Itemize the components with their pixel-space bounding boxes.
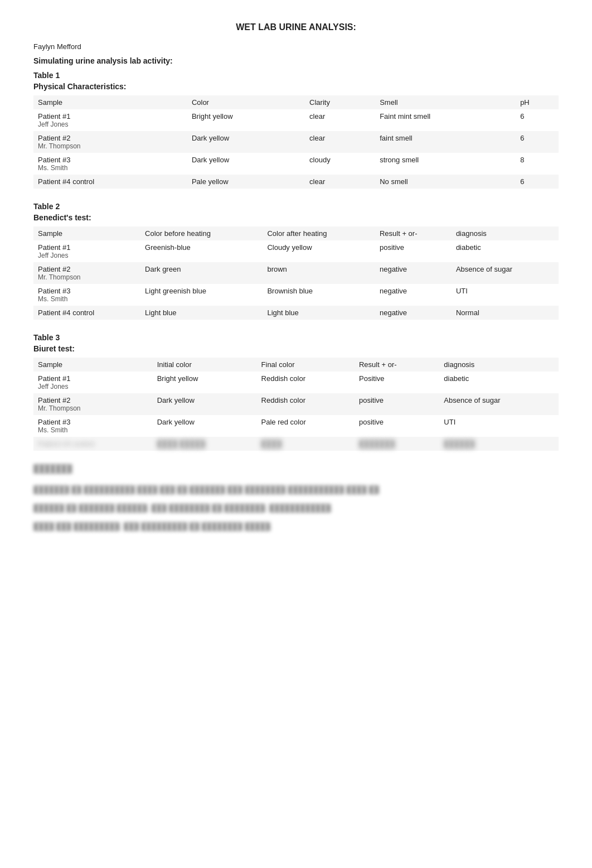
table-row: Patient #3Ms. SmithLight greenish blueBr… [33, 284, 559, 306]
subtitle: Simulating urine analysis lab activity: [33, 56, 559, 65]
table1: SampleColorClaritySmellpHPatient #1Jeff … [33, 95, 559, 189]
table-row: Patient #2Mr. ThompsonDark yellowReddish… [33, 393, 559, 415]
table-row: Patient #4 control████ █████████████████… [33, 437, 559, 451]
table-row: Patient #3Ms. SmithDark yellowcloudystro… [33, 153, 559, 175]
table-row: Patient #2Mr. ThompsonDark yellowclearfa… [33, 131, 559, 153]
page-title: WET LAB URINE ANALYSIS: [33, 22, 559, 32]
table3: SampleInitial colorFinal colorResult + o… [33, 358, 559, 451]
table-row: Patient #4 controlLight blueLight bluene… [33, 306, 559, 320]
table1-subheading: Physical Characteristics: [33, 82, 559, 91]
blurred-section: ██████████████ ██ ██████████ ████ ███ ██… [33, 464, 559, 532]
table1-heading: Table 1 [33, 71, 559, 80]
blurred-text-line: ██████ ██ ███████ ██████. ███ ████████ █… [33, 503, 559, 514]
table-row: Patient #1Jeff JonesGreenish-blueCloudy … [33, 240, 559, 262]
table-row: Patient #3Ms. SmithDark yellowPale red c… [33, 415, 559, 437]
blurred-label: ███████ [33, 464, 72, 473]
table2: SampleColor before heatingColor after he… [33, 226, 559, 320]
table-row: Patient #1Jeff JonesBright yellowclearFa… [33, 109, 559, 131]
table2-heading: Table 2 [33, 202, 559, 211]
author-name: Faylyn Mefford [33, 42, 559, 51]
blurred-text-line: ███████ ██ ██████████ ████ ███ ██ ██████… [33, 484, 559, 496]
table-row: Patient #2Mr. ThompsonDark greenbrownneg… [33, 262, 559, 284]
table3-heading: Table 3 [33, 333, 559, 342]
table-row: Patient #1Jeff JonesBright yellowReddish… [33, 372, 559, 393]
blurred-text-line: ████ ███ █████████. ███ █████████ ██ ███… [33, 521, 559, 533]
table-row: Patient #4 controlPale yellowclearNo sme… [33, 175, 559, 189]
table3-subheading: Biuret test: [33, 344, 559, 353]
table2-subheading: Benedict's test: [33, 213, 559, 222]
